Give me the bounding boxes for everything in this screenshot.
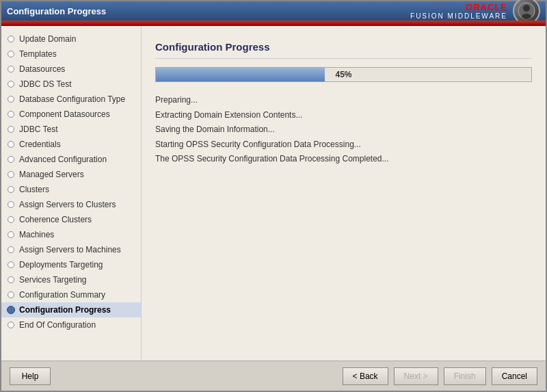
svg-point-1 — [523, 5, 530, 12]
sidebar-label-machines: Machines — [19, 230, 54, 239]
sidebar-item-credentials[interactable]: Credentials — [1, 137, 141, 152]
sidebar-label-managed-servers: Managed Servers — [19, 170, 84, 179]
sidebar-item-coherence-clusters[interactable]: Coherence Clusters — [1, 212, 141, 227]
sidebar-label-jdbc-ds-test: JDBC DS Test — [19, 79, 71, 89]
oracle-sub: FUSION MIDDLEWARE — [410, 12, 507, 20]
nav-dot-machines — [8, 231, 14, 238]
nav-dot-assign-servers-to-machines — [8, 246, 14, 253]
sidebar-item-configuration-summary[interactable]: Configuration Summary — [1, 287, 141, 302]
nav-dot-configuration-summary — [8, 291, 14, 298]
sidebar-item-templates[interactable]: Templates — [1, 47, 141, 62]
nav-dot-credentials — [8, 141, 14, 148]
sidebar-icon-deployments-targeting — [5, 259, 16, 270]
log-line: Saving the Domain Information... — [155, 122, 532, 138]
sidebar-item-deployments-targeting[interactable]: Deployments Targeting — [1, 257, 141, 272]
sidebar-icon-component-datasources — [5, 109, 16, 120]
nav-dot-templates — [8, 51, 14, 57]
sidebar-item-clusters[interactable]: Clusters — [1, 182, 141, 197]
progress-bar-fill — [156, 68, 325, 81]
sidebar-icon-templates — [5, 49, 16, 60]
window-title: Configuration Progress — [7, 6, 106, 16]
sidebar-icon-assign-servers-to-clusters — [5, 199, 16, 210]
sidebar-icon-datasources — [5, 64, 16, 75]
sidebar-item-database-config-type[interactable]: Database Configuration Type — [1, 92, 141, 107]
sidebar-label-advanced-configuration: Advanced Configuration — [19, 155, 107, 164]
nav-dot-jdbc-ds-test — [8, 81, 14, 88]
log-area: Preparing...Extracting Domain Extension … — [155, 93, 532, 167]
sidebar-label-clusters: Clusters — [19, 185, 49, 194]
footer-right: < Back Next > Finish Cancel — [343, 367, 537, 385]
sidebar-label-credentials: Credentials — [19, 140, 61, 149]
log-line: Starting OPSS Security Configuration Dat… — [155, 138, 532, 153]
sidebar-icon-configuration-progress — [5, 304, 16, 315]
sidebar-item-component-datasources[interactable]: Component Datasources — [1, 107, 141, 122]
log-line: Preparing... — [155, 93, 532, 108]
log-line: Extracting Domain Extension Contents... — [155, 108, 532, 123]
footer: Help < Back Next > Finish Cancel — [1, 361, 546, 391]
nav-dot-advanced-configuration — [8, 156, 14, 163]
sidebar-item-managed-servers[interactable]: Managed Servers — [1, 167, 141, 182]
nav-dot-database-config-type — [8, 96, 14, 103]
nav-dot-deployments-targeting — [8, 261, 14, 268]
sidebar-label-services-targeting: Services Targeting — [19, 275, 87, 285]
cancel-button[interactable]: Cancel — [492, 367, 537, 385]
oracle-brand: ORACLE — [410, 2, 507, 12]
sidebar-icon-jdbc-test — [5, 124, 16, 135]
back-button[interactable]: < Back — [343, 367, 388, 385]
sidebar-label-configuration-summary: Configuration Summary — [19, 290, 105, 300]
sidebar-label-component-datasources: Component Datasources — [19, 109, 110, 119]
sidebar-item-jdbc-ds-test[interactable]: JDBC DS Test — [1, 77, 141, 92]
sidebar: Update DomainTemplatesDatasourcesJDBC DS… — [1, 26, 142, 361]
nav-dot-clusters — [8, 186, 14, 193]
finish-button[interactable]: Finish — [444, 367, 486, 385]
sidebar-icon-clusters — [5, 184, 16, 195]
sidebar-label-end-of-configuration: End Of Configuration — [19, 320, 96, 330]
progress-bar-container: 45% — [155, 67, 532, 82]
sidebar-item-assign-servers-to-clusters[interactable]: Assign Servers to Clusters — [1, 197, 141, 212]
sidebar-icon-database-config-type — [5, 94, 16, 105]
sidebar-item-advanced-configuration[interactable]: Advanced Configuration — [1, 152, 141, 167]
sidebar-label-assign-servers-to-machines: Assign Servers to Machines — [19, 245, 121, 254]
nav-dot-configuration-progress — [7, 306, 15, 314]
nav-dot-jdbc-test — [8, 126, 14, 133]
svg-point-2 — [522, 14, 531, 19]
nav-dot-datasources — [8, 66, 14, 73]
next-button[interactable]: Next > — [394, 367, 438, 385]
sidebar-icon-credentials — [5, 139, 16, 150]
main-window: Configuration Progress ORACLE FUSION MID… — [0, 0, 547, 392]
sidebar-icon-machines — [5, 229, 16, 240]
sidebar-label-database-config-type: Database Configuration Type — [19, 94, 125, 104]
sidebar-icon-advanced-configuration — [5, 154, 16, 165]
nav-dot-end-of-configuration — [8, 322, 14, 328]
sidebar-item-services-targeting[interactable]: Services Targeting — [1, 272, 141, 287]
nav-dot-coherence-clusters — [8, 216, 14, 223]
footer-left: Help — [10, 367, 51, 385]
sidebar-item-configuration-progress[interactable]: Configuration Progress — [1, 302, 141, 317]
progress-label: 45% — [335, 70, 351, 79]
sidebar-label-deployments-targeting: Deployments Targeting — [19, 260, 103, 270]
sidebar-icon-jdbc-ds-test — [5, 79, 16, 90]
sidebar-label-datasources: Datasources — [19, 64, 65, 74]
sidebar-label-templates: Templates — [19, 49, 57, 59]
sidebar-item-jdbc-test[interactable]: JDBC Test — [1, 122, 141, 137]
sidebar-item-assign-servers-to-machines[interactable]: Assign Servers to Machines — [1, 242, 141, 257]
sidebar-label-jdbc-test: JDBC Test — [19, 125, 57, 134]
help-button[interactable]: Help — [10, 367, 51, 385]
sidebar-icon-end-of-configuration — [5, 319, 16, 330]
nav-dot-assign-servers-to-clusters — [8, 201, 14, 208]
sidebar-item-datasources[interactable]: Datasources — [1, 62, 141, 77]
header-band — [1, 21, 546, 26]
sidebar-icon-services-targeting — [5, 274, 16, 285]
title-bar: Configuration Progress ORACLE FUSION MID… — [1, 1, 546, 21]
sidebar-label-configuration-progress: Configuration Progress — [19, 305, 111, 315]
sidebar-item-update-domain[interactable]: Update Domain — [1, 31, 141, 47]
sidebar-icon-assign-servers-to-machines — [5, 244, 16, 255]
sidebar-item-machines[interactable]: Machines — [1, 227, 141, 242]
nav-dot-services-targeting — [8, 276, 14, 283]
page-title: Configuration Progress — [155, 37, 532, 59]
sidebar-icon-configuration-summary — [5, 289, 16, 300]
nav-dot-component-datasources — [8, 111, 14, 118]
sidebar-item-end-of-configuration[interactable]: End Of Configuration — [1, 317, 141, 332]
log-line: The OPSS Security Configuration Data Pro… — [155, 152, 532, 167]
sidebar-icon-coherence-clusters — [5, 214, 16, 225]
